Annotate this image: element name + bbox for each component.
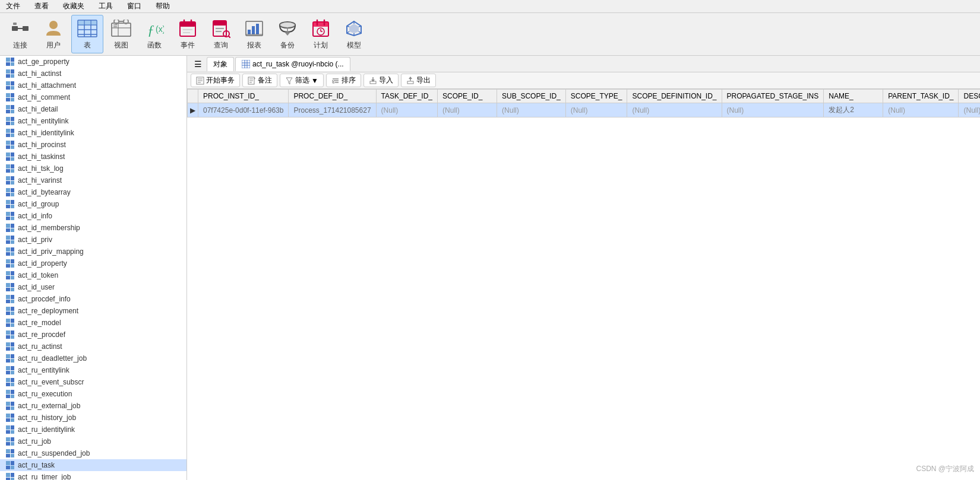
sidebar-item-act-hi-attachment[interactable]: act_hi_attachment xyxy=(0,80,186,91)
sidebar-item-act-hi-actinst[interactable]: act_hi_actinst xyxy=(0,68,186,80)
sidebar-item-act-ru-deadletter-job[interactable]: act_ru_deadletter_job xyxy=(0,352,186,364)
sidebar-item-act-hi-taskinst[interactable]: act_hi_taskinst xyxy=(0,151,186,163)
table-row[interactable]: ▶07f7425e-0d0f-11ef-963bProcess_17142108… xyxy=(188,103,981,117)
toolbar-view[interactable]: 视图 xyxy=(106,15,137,53)
toolbar-model[interactable]: 模型 xyxy=(339,15,369,53)
col-header-scope-type-[interactable]: SCOPE_TYPE_ xyxy=(565,90,627,103)
tab-menu-icon[interactable]: ☰ xyxy=(189,57,207,71)
sidebar-item-act-ru-history-job[interactable]: act_ru_history_job xyxy=(0,412,186,424)
view-label: 视图 xyxy=(114,40,128,50)
tab-objects[interactable]: 对象 xyxy=(207,57,234,71)
svg-rect-81 xyxy=(407,81,413,84)
sidebar-item-act-id-bytearray[interactable]: act_id_bytearray xyxy=(0,186,186,198)
toolbar-connect[interactable]: 连接 xyxy=(5,15,36,53)
sidebar-item-act-ru-event-subscr[interactable]: act_ru_event_subscr xyxy=(0,376,186,388)
sidebar-item-act-ru-entitylink[interactable]: act_ru_entitylink xyxy=(0,364,186,376)
sidebar-item-act-ru-suspended-job[interactable]: act_ru_suspended_job xyxy=(0,447,186,459)
sidebar-item-act-ru-actinst[interactable]: act_ru_actinst xyxy=(0,341,186,352)
menu-favorites[interactable]: 收藏夹 xyxy=(59,0,88,12)
sidebar-item-act-re-procdef[interactable]: act_re_procdef xyxy=(0,329,186,341)
import-btn[interactable]: 导入 xyxy=(363,74,399,87)
export-btn[interactable]: 导出 xyxy=(401,74,436,87)
col-header-name-[interactable]: NAME_ xyxy=(824,90,883,103)
toolbar-schedule[interactable]: 计划 xyxy=(305,15,336,53)
sidebar-item-act-id-priv[interactable]: act_id_priv xyxy=(0,234,186,246)
sidebar-item-act-hi-identitylink[interactable]: act_hi_identitylink xyxy=(0,127,186,139)
sidebar-item-label: act_hi_identitylink xyxy=(18,129,74,137)
toolbar-table[interactable]: 表 xyxy=(71,15,103,53)
table-icon xyxy=(6,473,14,480)
table-icon xyxy=(6,330,14,339)
sidebar-item-act-ru-timer-job[interactable]: act_ru_timer_job xyxy=(0,471,186,480)
col-header-propagated-stage-ins[interactable]: PROPAGATED_STAGE_INS xyxy=(722,90,824,103)
sidebar-item-act-re-deployment[interactable]: act_re_deployment xyxy=(0,305,186,317)
sidebar-item-act-ru-job[interactable]: act_ru_job xyxy=(0,436,186,447)
connect-label: 连接 xyxy=(13,40,27,50)
table-icon xyxy=(6,461,14,469)
tab-table[interactable]: act_ru_task @ruoyi-nbcio (... xyxy=(235,57,350,71)
col-header-proc-inst-id-[interactable]: PROC_INST_ID_ xyxy=(198,90,289,103)
menu-view[interactable]: 查看 xyxy=(31,0,52,12)
col-header-scope-definition-id-[interactable]: SCOPE_DEFINITION_ID_ xyxy=(627,90,722,103)
sidebar-item-label: act_id_user xyxy=(18,283,55,291)
sidebar-item-label: act_id_priv_mapping xyxy=(18,247,84,256)
sidebar-item-act-hi-procinst[interactable]: act_hi_procinst xyxy=(0,139,186,151)
sidebar-item-act-hi-detail[interactable]: act_hi_detail xyxy=(0,103,186,115)
note-btn[interactable]: 备注 xyxy=(242,74,277,87)
svg-rect-45 xyxy=(313,22,328,27)
toolbar-function[interactable]: ƒ (x) 函数 xyxy=(139,15,170,53)
sidebar-item-label: act_id_membership xyxy=(18,224,80,232)
sidebar-item-act-id-membership[interactable]: act_id_membership xyxy=(0,222,186,234)
filter-btn[interactable]: 筛选 ▼ xyxy=(280,74,324,87)
sidebar-item-act-ru-task[interactable]: act_ru_task xyxy=(0,459,186,471)
table-list: act_ge_propertyact_hi_actinstact_hi_atta… xyxy=(0,56,186,480)
toolbar-report[interactable]: 报表 xyxy=(239,15,270,53)
table-icon xyxy=(6,141,14,149)
sidebar-item-act-id-property[interactable]: act_id_property xyxy=(0,258,186,269)
sidebar-item-act-hi-entitylink[interactable]: act_hi_entitylink xyxy=(0,115,186,127)
table-icon xyxy=(6,117,14,125)
menu-help[interactable]: 帮助 xyxy=(152,0,173,12)
view-icon xyxy=(110,18,132,39)
filter-icon xyxy=(285,77,293,85)
sidebar-item-act-hi-varinst[interactable]: act_hi_varinst xyxy=(0,174,186,186)
sidebar-item-act-id-token[interactable]: act_id_token xyxy=(0,269,186,281)
sidebar-item-act-re-model[interactable]: act_re_model xyxy=(0,317,186,329)
toolbar-user[interactable]: 用户 xyxy=(38,15,69,53)
toolbar-event[interactable]: 事件 xyxy=(172,15,203,53)
sidebar-item-act-id-priv-mapping[interactable]: act_id_priv_mapping xyxy=(0,246,186,258)
sidebar-item-act-ru-execution[interactable]: act_ru_execution xyxy=(0,388,186,400)
event-icon xyxy=(177,18,198,39)
toolbar-query[interactable]: 查询 xyxy=(206,15,236,53)
sidebar-item-act-ge-property[interactable]: act_ge_property xyxy=(0,56,186,68)
sidebar-item-label: act_re_procdef xyxy=(18,330,65,339)
col-header-sub-scope-id-[interactable]: SUB_SCOPE_ID_ xyxy=(497,90,566,103)
table-cell: (Null) xyxy=(565,103,627,117)
sidebar-item-act-id-info[interactable]: act_id_info xyxy=(0,210,186,222)
toolbar-backup[interactable]: 备份 xyxy=(272,15,303,53)
menu-file[interactable]: 文件 xyxy=(2,0,24,12)
sidebar-item-act-id-user[interactable]: act_id_user xyxy=(0,281,186,293)
menu-window[interactable]: 窗口 xyxy=(124,0,145,12)
menu-tools[interactable]: 工具 xyxy=(95,0,116,12)
col-header-task-def-id-[interactable]: TASK_DEF_ID_ xyxy=(376,90,437,103)
sort-icon xyxy=(331,77,340,85)
svg-rect-38 xyxy=(252,26,255,34)
table-icon xyxy=(6,81,14,90)
sidebar-item-act-ru-identitylink[interactable]: act_ru_identitylink xyxy=(0,424,186,436)
sidebar-item-label: act_ru_execution xyxy=(18,390,72,398)
col-header-proc-def-id-[interactable]: PROC_DEF_ID_ xyxy=(289,90,376,103)
col-header-descript[interactable]: DESCRIPT xyxy=(959,90,980,103)
user-label: 用户 xyxy=(46,40,61,50)
sort-btn[interactable]: 排序 xyxy=(326,74,361,87)
sidebar-item-act-hi-tsk-log[interactable]: act_hi_tsk_log xyxy=(0,163,186,174)
svg-rect-13 xyxy=(91,21,97,25)
import-icon xyxy=(369,77,377,85)
sidebar-item-act-ru-external-job[interactable]: act_ru_external_job xyxy=(0,400,186,412)
sidebar-item-act-id-group[interactable]: act_id_group xyxy=(0,198,186,210)
col-header-parent-task-id-[interactable]: PARENT_TASK_ID_ xyxy=(883,90,959,103)
sidebar-item-act-hi-comment[interactable]: act_hi_comment xyxy=(0,91,186,103)
col-header-scope-id-[interactable]: SCOPE_ID_ xyxy=(438,90,497,103)
begin-transaction-btn[interactable]: 开始事务 xyxy=(191,74,240,87)
sidebar-item-act-procdef-info[interactable]: act_procdef_info xyxy=(0,293,186,305)
